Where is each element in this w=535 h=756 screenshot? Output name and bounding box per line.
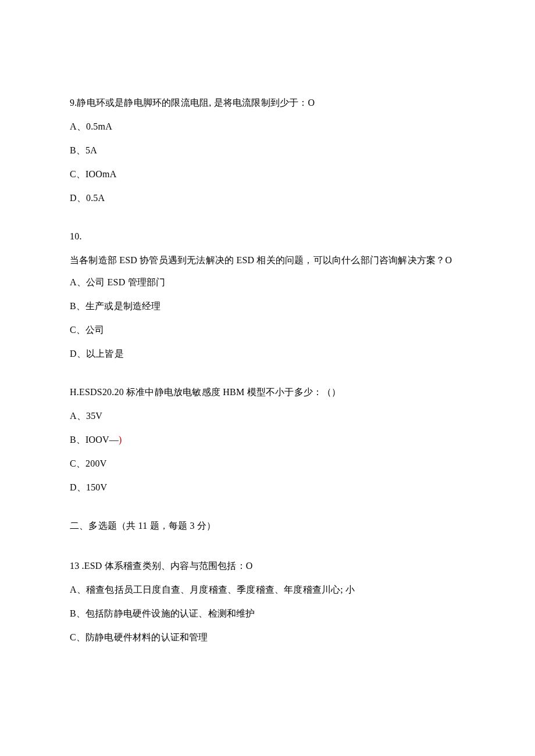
q11-option-d: D、150V [70,481,465,495]
q9-option-d: D、0.5A [70,191,465,205]
q9-stem: 9.静电环或是静电脚环的限流电阻, 是将电流限制到少于：O [70,96,465,110]
q13-stem: 13 .ESD 体系稽查类别、内容与范围包括：O [70,559,465,573]
q10-number: 10. [70,230,465,243]
q11-option-b-text: B、IOOV— [70,435,119,445]
document-page: 9.静电环或是静电脚环的限流电阻, 是将电流限制到少于：O A、0.5mA B、… [0,0,535,712]
q11-option-b-paren: ) [119,435,122,445]
q11-stem: H.ESDS20.20 标准中静电放电敏感度 HBM 模型不小于多少：（） [70,385,465,399]
q9-option-a: A、0.5mA [70,120,465,134]
section-2-heading: 二、多选题（共 11 题，每题 3 分） [70,519,465,533]
q10-option-c: C、公司 [70,323,465,337]
q13-option-b: B、包括防静电硬件设施的认证、检测和维护 [70,607,465,621]
spacer [70,371,465,385]
q11-option-b: B、IOOV—) [70,433,465,447]
q9-option-c: C、IOOmA [70,167,465,181]
q11-option-a: A、35V [70,409,465,423]
spacer [70,215,465,230]
q10-option-b: B、生产或是制造经理 [70,299,465,313]
spacer [70,504,465,519]
q10-stem: 当各制造部 ESD 协管员遇到无法解决的 ESD 相关的问题，可以向什么部门咨询… [70,253,465,267]
q9-option-b: B、5A [70,144,465,157]
q13-option-a: A、稽查包括员工日度自查、月度稽查、季度稽查、年度稽查川心; 小 [70,583,465,597]
q13-option-c: C、防静电硬件材料的认证和管理 [70,630,465,644]
q10-option-a: A、公司 ESD 管理部门 [70,275,465,289]
q11-option-c: C、200V [70,457,465,471]
q10-option-d: D、以上皆是 [70,347,465,361]
spacer [70,543,465,559]
